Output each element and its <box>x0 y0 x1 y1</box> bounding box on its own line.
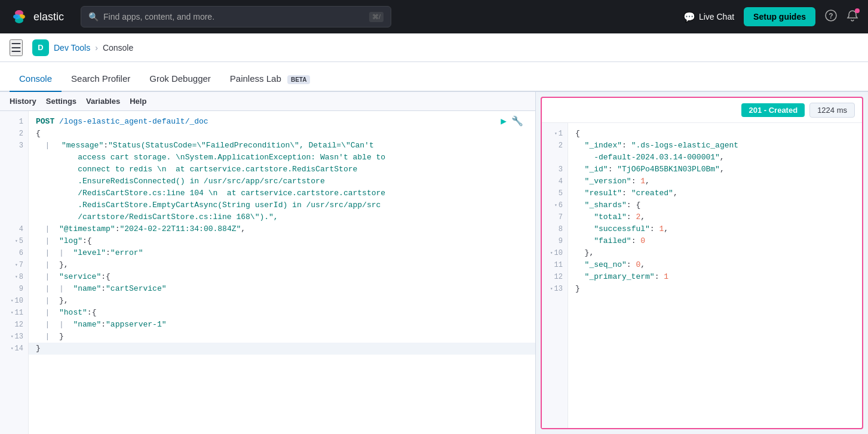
code-line-3g: /cartstore/RedisCartStore.cs:line 168\")… <box>29 211 535 223</box>
code-line-2: { <box>29 128 535 140</box>
response-toolbar: 201 - Created 1224 ms <box>542 98 862 123</box>
resp-line-13: } <box>568 283 862 295</box>
code-content[interactable]: POST /logs-elastic_agent-default/_doc ▶ … <box>29 111 535 434</box>
resp-line-6: "_shards": { <box>568 199 862 211</box>
resp-line-7: "total": 2, <box>568 211 862 223</box>
notification-dot <box>855 8 860 13</box>
chat-icon: 💬 <box>683 11 695 23</box>
help-icon[interactable]: ? <box>825 10 837 24</box>
code-line-14: } <box>29 343 535 355</box>
code-line-3f: .RedisCartStore.EmptyCartAsync(String us… <box>29 199 535 211</box>
resp-line-2b: -default-2024.03.14-000001", <box>568 152 862 164</box>
live-chat-button[interactable]: 💬 Live Chat <box>683 11 734 23</box>
code-line-3c: connect to redis \n at cartservice.carts… <box>29 164 535 176</box>
code-line-1: POST /logs-elastic_agent-default/_doc ▶ … <box>29 116 535 128</box>
settings-button[interactable]: Settings <box>46 97 76 106</box>
code-line-13: | } <box>29 331 535 343</box>
resp-line-5: "result": "created", <box>568 187 862 199</box>
breadcrumb-separator: › <box>95 43 98 53</box>
run-button[interactable]: ▶ <box>501 116 507 128</box>
elastic-logo-text: elastic <box>33 11 64 23</box>
avatar: D <box>32 39 49 56</box>
tab-search-profiler[interactable]: Search Profiler <box>62 66 140 92</box>
breadcrumb-console: Console <box>103 43 133 53</box>
breadcrumb-dev-tools[interactable]: Dev Tools <box>54 43 90 53</box>
notifications-icon[interactable] <box>846 10 858 24</box>
code-line-3e: /RedisCartStore.cs:line 104 \n at cartse… <box>29 187 535 199</box>
top-nav: elastic 🔍 Find apps, content, and more. … <box>0 0 868 33</box>
editor-area[interactable]: 1 2 3 4 ▾5 6 ▾7 ▾8 9 ▾10 ▾11 12 ▾13 ▾14 <box>0 111 535 434</box>
status-badge: 201 - Created <box>741 103 805 117</box>
code-line-12: | | "name": "appserver-1" <box>29 319 535 331</box>
nav-right: 💬 Live Chat Setup guides ? <box>683 7 858 26</box>
tab-console[interactable]: Console <box>10 66 62 92</box>
code-line-3: | "message": "Status(StatusCode=\"Failed… <box>29 140 535 152</box>
resp-line-9: "failed": 0 <box>568 235 862 247</box>
svg-point-4 <box>13 14 20 19</box>
hamburger-menu[interactable]: ☰ <box>10 39 23 56</box>
search-placeholder: Find apps, content, and more. <box>103 12 364 21</box>
main-content: History Settings Variables Help 1 2 3 4 … <box>0 92 868 434</box>
resp-line-2: "_index": ".ds-logs-elastic_agent <box>568 140 862 152</box>
line-numbers: 1 2 3 4 ▾5 6 ▾7 ▾8 9 ▾10 ▾11 12 ▾13 ▾14 <box>0 111 29 434</box>
code-line-6: | | "level": "error" <box>29 247 535 259</box>
setup-guides-label: Setup guides <box>753 12 806 21</box>
time-badge: 1224 ms <box>809 103 855 118</box>
tab-painless-lab[interactable]: Painless Lab BETA <box>220 66 320 92</box>
setup-guides-button[interactable]: Setup guides <box>744 7 815 26</box>
live-chat-label: Live Chat <box>699 12 734 21</box>
resp-line-3: "_id": "TjO6Po4B5BK1N03PL0Bm", <box>568 164 862 176</box>
editor-panel: History Settings Variables Help 1 2 3 4 … <box>0 92 536 434</box>
resp-line-1: { <box>568 128 862 140</box>
global-search[interactable]: 🔍 Find apps, content, and more. ⌘/ <box>81 6 391 27</box>
elastic-logo[interactable]: elastic <box>10 7 64 26</box>
response-area: ▾1 2 3 4 5 ▾6 7 8 9 ▾10 11 12 ▾13 { "_in… <box>542 123 862 428</box>
code-line-7: | }, <box>29 259 535 271</box>
variables-button[interactable]: Variables <box>86 97 120 106</box>
tabs-bar: Console Search Profiler Grok Debugger Pa… <box>0 62 868 92</box>
response-line-numbers: ▾1 2 3 4 5 ▾6 7 8 9 ▾10 11 12 ▾13 <box>542 123 568 428</box>
breadcrumb-bar: ☰ D Dev Tools › Console <box>0 33 868 62</box>
svg-text:?: ? <box>829 12 833 20</box>
elastic-logo-icon <box>10 7 29 26</box>
code-line-9: | | "name": "cartService" <box>29 283 535 295</box>
editor-toolbar: History Settings Variables Help <box>0 92 535 111</box>
search-icon: 🔍 <box>88 12 99 21</box>
code-line-8: | "service": { <box>29 271 535 283</box>
resp-line-8: "successful": 1, <box>568 223 862 235</box>
help-button[interactable]: Help <box>130 97 146 106</box>
resp-line-4: "_version": 1, <box>568 176 862 187</box>
beta-badge: BETA <box>287 75 310 84</box>
history-button[interactable]: History <box>10 97 36 106</box>
code-line-3d: .EnsureRedisConnected() in /usr/src/app/… <box>29 176 535 187</box>
resp-line-10: }, <box>568 247 862 259</box>
resp-line-12: "_primary_term": 1 <box>568 271 862 283</box>
code-line-10: | }, <box>29 295 535 307</box>
response-panel: 201 - Created 1224 ms ▾1 2 3 4 5 ▾6 7 8 … <box>541 97 863 429</box>
response-code-content: { "_index": ".ds-logs-elastic_agent -def… <box>568 123 862 428</box>
code-line-11: | "host": { <box>29 307 535 319</box>
config-button[interactable]: 🔧 <box>511 116 523 128</box>
search-shortcut: ⌘/ <box>369 12 384 22</box>
tab-grok-debugger[interactable]: Grok Debugger <box>140 66 220 92</box>
resp-line-11: "_seq_no": 0, <box>568 259 862 271</box>
code-line-5: | "log": { <box>29 235 535 247</box>
code-line-3b: access cart storage. \nSystem.Applicatio… <box>29 152 535 164</box>
code-line-4: | "@timestamp": "2024-02-22T11:34:00.884… <box>29 223 535 235</box>
